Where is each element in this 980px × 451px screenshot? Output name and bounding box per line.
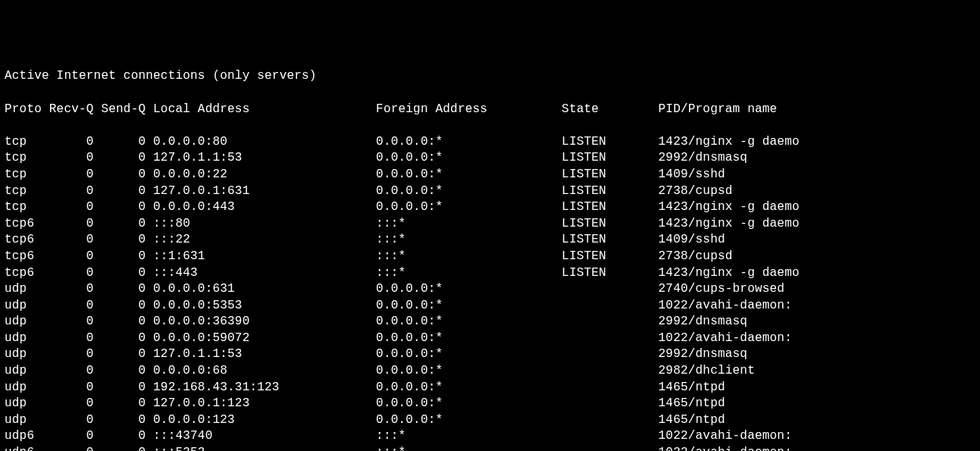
netstat-row: tcp 0 0 127.0.1.1:53 0.0.0.0:* LISTEN 29… <box>5 150 975 167</box>
netstat-row: udp 0 0 0.0.0.0:5353 0.0.0.0:* 1022/avah… <box>5 298 975 315</box>
netstat-row: tcp6 0 0 ::1:631 :::* LISTEN 2738/cupsd <box>5 249 975 265</box>
netstat-row: udp 0 0 0.0.0.0:123 0.0.0.0:* 1465/ntpd <box>5 412 975 429</box>
netstat-row: udp6 0 0 :::43740 :::* 1022/avahi-daemon… <box>5 428 975 445</box>
netstat-header-row: Proto Recv-Q Send-Q Local Address Foreig… <box>5 102 975 118</box>
netstat-row: udp 0 0 127.0.1.1:53 0.0.0.0:* 2992/dnsm… <box>5 346 975 363</box>
netstat-row: udp 0 0 0.0.0.0:68 0.0.0.0:* 2982/dhclie… <box>5 363 975 380</box>
netstat-row: udp6 0 0 :::5353 :::* 1022/avahi-daemon: <box>5 445 975 451</box>
netstat-row: tcp6 0 0 :::22 :::* LISTEN 1409/sshd <box>5 232 975 249</box>
netstat-row: tcp6 0 0 :::80 :::* LISTEN 1423/nginx -g… <box>5 216 975 233</box>
netstat-row: tcp 0 0 127.0.0.1:631 0.0.0.0:* LISTEN 2… <box>5 183 975 200</box>
netstat-row: udp 0 0 127.0.0.1:123 0.0.0.0:* 1465/ntp… <box>5 396 975 412</box>
netstat-row: udp 0 0 192.168.43.31:123 0.0.0.0:* 1465… <box>5 380 975 396</box>
netstat-row: tcp 0 0 0.0.0.0:22 0.0.0.0:* LISTEN 1409… <box>5 167 975 183</box>
netstat-row: tcp 0 0 0.0.0.0:443 0.0.0.0:* LISTEN 142… <box>5 199 975 216</box>
netstat-row: udp 0 0 0.0.0.0:631 0.0.0.0:* 2740/cups-… <box>5 281 975 298</box>
netstat-rows: tcp 0 0 0.0.0.0:80 0.0.0.0:* LISTEN 1423… <box>5 134 975 451</box>
netstat-row: tcp6 0 0 :::443 :::* LISTEN 1423/nginx -… <box>5 265 975 282</box>
netstat-row: udp 0 0 0.0.0.0:59072 0.0.0.0:* 1022/ava… <box>5 330 975 347</box>
netstat-row: tcp 0 0 0.0.0.0:80 0.0.0.0:* LISTEN 1423… <box>5 134 975 151</box>
netstat-title: Active Internet connections (only server… <box>5 68 975 85</box>
netstat-row: udp 0 0 0.0.0.0:36390 0.0.0.0:* 2992/dns… <box>5 314 975 330</box>
